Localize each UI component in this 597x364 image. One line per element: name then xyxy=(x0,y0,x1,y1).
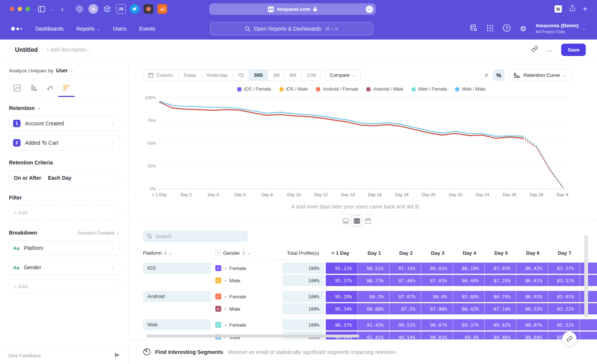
add-filter-button[interactable]: + Add xyxy=(8,205,120,220)
criteria-value-2[interactable]: Each Day xyxy=(48,175,71,181)
retention-value-cell[interactable]: 86.42% xyxy=(516,263,548,274)
retention-value-cell[interactable]: 90.54% xyxy=(389,332,421,339)
share-link-floating-button[interactable] xyxy=(562,332,576,346)
extensions-menu-icon[interactable]: ⋯ xyxy=(366,6,373,13)
retention-value-cell[interactable]: 88.04% xyxy=(516,332,548,339)
expand-row-icon[interactable]: › xyxy=(225,278,226,283)
legend-item[interactable]: iOS / Male xyxy=(279,87,308,92)
retention-value-cell-clipped[interactable] xyxy=(579,263,597,274)
retention-value-cell-clipped[interactable] xyxy=(579,303,597,314)
expand-row-icon[interactable]: › xyxy=(225,294,226,299)
vertical-scrollbar[interactable] xyxy=(584,235,588,318)
platform-cell[interactable]: Android xyxy=(143,291,211,302)
platform-cell[interactable]: iOS xyxy=(143,263,211,274)
settings-gear-icon[interactable]: ⚙ xyxy=(520,24,526,33)
platform-cell[interactable]: Web xyxy=(143,319,211,330)
layout-split-button[interactable] xyxy=(351,215,362,226)
retention-value-cell[interactable]: 88.51% xyxy=(357,263,389,274)
retention-value-cell[interactable]: 91.43% xyxy=(357,319,389,330)
back-icon[interactable]: ‹ xyxy=(61,5,63,13)
global-search-button[interactable]: Open Reports & Dashboards ⌘ + K xyxy=(210,22,373,35)
retention-value-cell[interactable]: 87.07% xyxy=(389,291,421,302)
retention-value-cell[interactable]: 90.51% xyxy=(389,319,421,330)
retention-value-cell[interactable]: 83.01% xyxy=(548,291,579,302)
retention-value-cell[interactable]: 89.42% xyxy=(484,319,516,330)
report-description-placeholder[interactable]: + Add description... xyxy=(46,47,90,53)
window-controls[interactable] xyxy=(10,7,30,11)
mixpanel-logo-icon[interactable] xyxy=(11,27,22,31)
retention-chart[interactable]: 100%75%50%25%0%< 1 DayDay 2Day 4Day 6Day… xyxy=(143,93,597,203)
sidebar-toggle-icon[interactable] xyxy=(38,6,45,12)
retention-value-cell[interactable]: 88.88% xyxy=(357,303,389,314)
criteria-value-1[interactable]: On or After xyxy=(14,175,41,181)
retention-value-cell[interactable]: 87.46% xyxy=(389,275,421,286)
more-options-icon[interactable]: … xyxy=(546,46,553,53)
retention-value-cell[interactable]: 86.61% xyxy=(516,275,548,286)
legend-item[interactable]: Android / Female xyxy=(316,87,358,92)
retention-value-cell[interactable]: 95.34% xyxy=(326,303,357,314)
retention-value-cell[interactable]: 87.5% xyxy=(389,303,421,314)
gender-column-header[interactable]: Gender 3 ⌄ xyxy=(215,250,282,256)
range-today[interactable]: Today xyxy=(178,70,201,81)
retention-value-cell[interactable]: 86.01% xyxy=(516,291,548,302)
retention-value-cell-clipped[interactable] xyxy=(579,291,597,302)
retention-value-cell[interactable]: 87.15% xyxy=(389,263,421,274)
gender-cell[interactable]: ✓ › Female xyxy=(215,291,282,302)
extension-js-icon[interactable]: JS xyxy=(116,4,126,14)
retention-value-cell[interactable]: 88.3% xyxy=(357,291,389,302)
retention-value-cell[interactable]: 86.76% xyxy=(484,291,516,302)
layout-table-only-button[interactable] xyxy=(362,215,373,226)
retention-value-cell[interactable]: 86.52% xyxy=(516,303,548,314)
retention-value-cell[interactable]: 87.03% xyxy=(421,275,453,286)
retention-value-cell[interactable]: 95.29% xyxy=(326,291,357,302)
series-checkbox[interactable]: ✓ xyxy=(215,322,221,328)
table-search-input[interactable] xyxy=(156,233,244,239)
new-tab-icon[interactable]: + xyxy=(583,4,587,13)
apps-grid-icon[interactable] xyxy=(487,25,494,33)
retention-value-cell[interactable]: 87.14% xyxy=(484,303,516,314)
data-management-icon[interactable] xyxy=(469,24,478,34)
nav-link-dashboards[interactable]: Dashboards xyxy=(35,26,64,32)
retention-criteria-control[interactable]: On or After Each Day xyxy=(8,170,120,186)
add-breakdown-button[interactable]: + Add xyxy=(8,279,120,294)
minimize-window-button[interactable] xyxy=(18,7,22,11)
extension-avatar-icon[interactable]: m xyxy=(88,4,98,14)
absolute-values-toggle[interactable]: # xyxy=(481,69,492,81)
breakdown-kebab-icon[interactable]: ⋮ xyxy=(110,264,115,270)
retention-value-cell[interactable]: 96.37% xyxy=(326,319,357,330)
tab-funnels[interactable] xyxy=(25,84,42,97)
retention-value-cell[interactable]: 86.19% xyxy=(453,263,484,274)
retention-value-cell[interactable]: 90.01% xyxy=(421,332,453,339)
account-switcher[interactable]: Amazonia {Demo} All Project Data ⌄ xyxy=(535,23,586,34)
expand-row-icon[interactable]: › xyxy=(225,266,226,270)
tab-retention[interactable] xyxy=(58,84,75,97)
horizontal-scrollbar[interactable] xyxy=(147,335,359,338)
save-button[interactable]: Save xyxy=(561,44,586,56)
nav-link-reports[interactable]: Reports⌄ xyxy=(76,26,100,32)
retention-value-cell-clipped[interactable] xyxy=(579,275,597,286)
retention-value-cell[interactable]: 88.07% xyxy=(516,319,548,330)
retention-section-label[interactable]: Retention xyxy=(9,105,35,111)
range-custom[interactable]: Custom xyxy=(143,70,178,81)
extension-cube-icon[interactable] xyxy=(102,4,112,14)
retention-value-cell[interactable]: 86.44% xyxy=(453,275,484,286)
percent-values-toggle[interactable]: % xyxy=(493,69,504,81)
legend-item[interactable]: Web / Male xyxy=(455,87,485,92)
chart-type-dropdown[interactable]: Retention Curve ⌄ xyxy=(509,69,572,81)
give-feedback-link[interactable]: Give Feedback xyxy=(8,353,41,358)
breakdown-item-platform[interactable]: Aa Platform ⋮ xyxy=(8,240,120,256)
breakdown-kebab-icon[interactable]: ⋮ xyxy=(110,245,115,251)
extension-bird-icon[interactable] xyxy=(130,4,140,14)
retention-value-cell-clipped[interactable] xyxy=(579,319,597,330)
compare-button[interactable]: Compare ⌄ xyxy=(325,69,361,81)
retention-value-cell[interactable]: 86.6% xyxy=(421,291,453,302)
retention-step-2[interactable]: 2 Added To Cart ⋮ xyxy=(8,135,120,151)
collapse-sidebar-icon[interactable] xyxy=(115,352,120,359)
extension-soundcloud-icon[interactable] xyxy=(157,4,167,14)
platform-column-header[interactable]: Platform 4 ⌄ xyxy=(143,250,211,256)
nav-link-events[interactable]: Events xyxy=(139,26,155,32)
zoom-window-button[interactable] xyxy=(25,7,30,11)
table-search[interactable] xyxy=(143,230,248,242)
retention-value-cell[interactable]: 85.89% xyxy=(453,291,484,302)
retention-value-cell[interactable]: 90.07% xyxy=(421,319,453,330)
